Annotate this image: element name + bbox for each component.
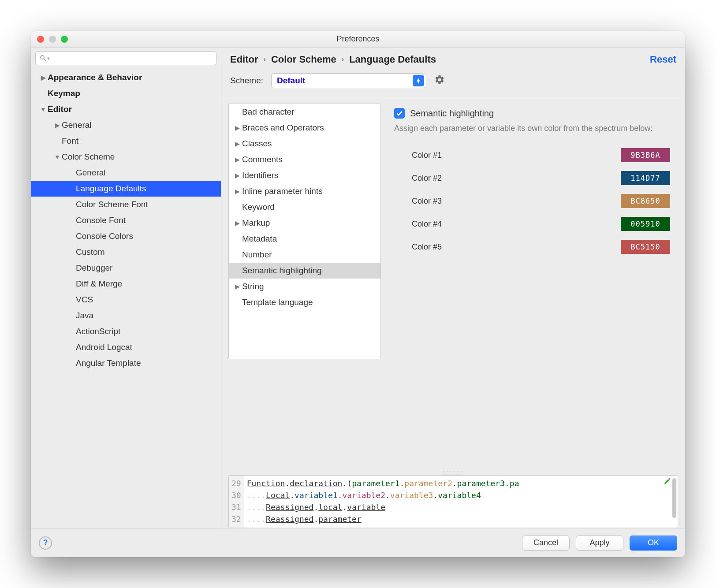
cancel-button[interactable]: Cancel bbox=[522, 536, 570, 551]
category-label: Classes bbox=[242, 139, 272, 149]
category-item[interactable]: Bad character bbox=[229, 104, 380, 120]
search-options-icon[interactable]: ▾ bbox=[47, 56, 50, 61]
sidebar-item-label: Custom bbox=[76, 247, 104, 257]
category-item[interactable]: Number bbox=[229, 247, 380, 263]
color-swatch[interactable]: 005910 bbox=[621, 217, 670, 231]
sidebar-item[interactable]: Keymap bbox=[31, 86, 221, 101]
category-label: Inline parameter hints bbox=[242, 186, 323, 196]
chevron-icon: ▼ bbox=[53, 153, 62, 160]
sidebar-item[interactable]: Font bbox=[31, 133, 221, 149]
sidebar-item[interactable]: ActionScript bbox=[31, 324, 221, 339]
search-input[interactable]: ▾ bbox=[35, 51, 216, 65]
chevron-right-icon: › bbox=[342, 56, 344, 63]
sidebar-item-label: Diff & Merge bbox=[76, 279, 122, 289]
breadcrumb: Editor › Color Scheme › Language Default… bbox=[230, 54, 676, 65]
category-item[interactable]: ▶Inline parameter hints bbox=[229, 183, 380, 199]
sidebar-item[interactable]: Language Defaults bbox=[31, 181, 221, 197]
sidebar: ▾ ▶Appearance & BehaviorKeymap▼Editor▶Ge… bbox=[31, 48, 221, 528]
chevron-icon: ▶ bbox=[232, 283, 242, 290]
category-item[interactable]: Metadata bbox=[229, 231, 380, 247]
resize-handle[interactable]: :::::: bbox=[228, 469, 678, 475]
sidebar-item[interactable]: ▼Editor bbox=[31, 101, 221, 117]
color-row: Color #3BC8650 bbox=[394, 190, 673, 212]
category-label: Metadata bbox=[242, 234, 277, 244]
sidebar-item[interactable]: Diff & Merge bbox=[31, 276, 221, 292]
color-name: Color #5 bbox=[412, 242, 442, 252]
updown-icon: ▲▼ bbox=[413, 75, 424, 86]
sidebar-item-label: Appearance & Behavior bbox=[48, 73, 142, 82]
category-item[interactable]: ▶Braces and Operators bbox=[229, 120, 380, 136]
category-label: String bbox=[242, 282, 264, 291]
color-name: Color #2 bbox=[412, 174, 442, 183]
color-row: Color #19B3B6A bbox=[394, 144, 673, 167]
sidebar-item-label: Java bbox=[76, 311, 93, 320]
category-label: Identifiers bbox=[242, 171, 278, 180]
sidebar-item-label: Color Scheme Font bbox=[76, 200, 148, 209]
category-item[interactable]: Keyword bbox=[229, 199, 380, 215]
scheme-value: Default bbox=[277, 76, 305, 86]
sidebar-item[interactable]: Angular Template bbox=[31, 355, 221, 371]
category-item[interactable]: ▶String bbox=[229, 279, 380, 294]
sidebar-item-label: VCS bbox=[76, 295, 93, 305]
help-button[interactable]: ? bbox=[39, 536, 52, 550]
scrollbar[interactable] bbox=[672, 478, 676, 518]
sidebar-item-label: General bbox=[62, 120, 92, 130]
sidebar-item[interactable]: Console Colors bbox=[31, 228, 221, 244]
line-gutter: 29 30 31 32 bbox=[229, 476, 244, 528]
sidebar-item[interactable]: Java bbox=[31, 308, 221, 324]
edit-icon[interactable] bbox=[664, 477, 671, 485]
sidebar-item[interactable]: Android Logcat bbox=[31, 339, 221, 355]
sidebar-item[interactable]: General bbox=[31, 165, 221, 181]
sidebar-item[interactable]: ▶Appearance & Behavior bbox=[31, 70, 221, 86]
sidebar-item[interactable]: ▶General bbox=[31, 117, 221, 133]
chevron-icon: ▶ bbox=[232, 188, 242, 195]
hint-text: Assign each parameter or variable its ow… bbox=[394, 123, 673, 134]
sidebar-item[interactable]: Custom bbox=[31, 244, 221, 260]
color-swatch[interactable]: 114D77 bbox=[621, 171, 670, 185]
sidebar-item[interactable]: ▼Color Scheme bbox=[31, 149, 221, 165]
sidebar-item-label: Color Scheme bbox=[62, 152, 115, 162]
scheme-select[interactable]: Default ▲▼ bbox=[271, 73, 426, 88]
category-label: Braces and Operators bbox=[242, 123, 324, 133]
sidebar-item-label: General bbox=[76, 168, 106, 178]
sidebar-item[interactable]: Debugger bbox=[31, 260, 221, 276]
color-swatch[interactable]: BC5150 bbox=[621, 240, 670, 254]
ok-button[interactable]: OK bbox=[630, 536, 677, 551]
category-label: Number bbox=[242, 250, 272, 260]
color-name: Color #3 bbox=[412, 197, 442, 206]
reset-button[interactable]: Reset bbox=[650, 54, 676, 65]
semantic-highlighting-checkbox[interactable] bbox=[394, 108, 405, 119]
sidebar-item[interactable]: Console Font bbox=[31, 212, 221, 228]
breadcrumb-item: Color Scheme bbox=[271, 54, 336, 65]
category-item[interactable]: ▶Markup bbox=[229, 215, 380, 231]
sidebar-item[interactable]: Color Scheme Font bbox=[31, 197, 221, 212]
scheme-label: Scheme: bbox=[230, 76, 263, 86]
category-item[interactable]: ▶Comments bbox=[229, 152, 380, 167]
apply-button[interactable]: Apply bbox=[576, 536, 623, 551]
color-name: Color #4 bbox=[412, 220, 442, 229]
breadcrumb-item: Editor bbox=[230, 54, 258, 65]
chevron-icon: ▶ bbox=[53, 122, 62, 129]
category-item[interactable]: Semantic highlighting bbox=[229, 263, 380, 279]
breadcrumb-item: Language Defaults bbox=[349, 54, 436, 65]
color-row: Color #2114D77 bbox=[394, 167, 673, 190]
category-item[interactable]: Template language bbox=[229, 294, 380, 310]
category-item[interactable]: ▶Classes bbox=[229, 136, 380, 152]
category-label: Keyword bbox=[242, 202, 275, 212]
category-label: Semantic highlighting bbox=[242, 266, 322, 275]
settings-tree[interactable]: ▶Appearance & BehaviorKeymap▼Editor▶Gene… bbox=[31, 70, 221, 525]
sidebar-item-label: Console Colors bbox=[76, 231, 133, 241]
sidebar-item-label: Console Font bbox=[76, 216, 126, 225]
category-list[interactable]: Bad character▶Braces and Operators▶Class… bbox=[228, 104, 381, 359]
sidebar-item[interactable]: VCS bbox=[31, 292, 221, 308]
code-preview: 29 30 31 32 Function.declaration.(parame… bbox=[228, 475, 678, 528]
sidebar-item-label: Android Logcat bbox=[76, 342, 132, 352]
gear-icon[interactable] bbox=[434, 74, 445, 87]
sidebar-item-label: ActionScript bbox=[76, 327, 120, 336]
titlebar: Preferences bbox=[31, 31, 685, 48]
color-swatch[interactable]: BC8650 bbox=[621, 194, 670, 208]
color-swatch[interactable]: 9B3B6A bbox=[621, 148, 670, 162]
chevron-icon: ▶ bbox=[39, 74, 48, 81]
preferences-window: Preferences ▾ ▶Appearance & BehaviorKeym… bbox=[31, 31, 685, 557]
category-item[interactable]: ▶Identifiers bbox=[229, 167, 380, 183]
